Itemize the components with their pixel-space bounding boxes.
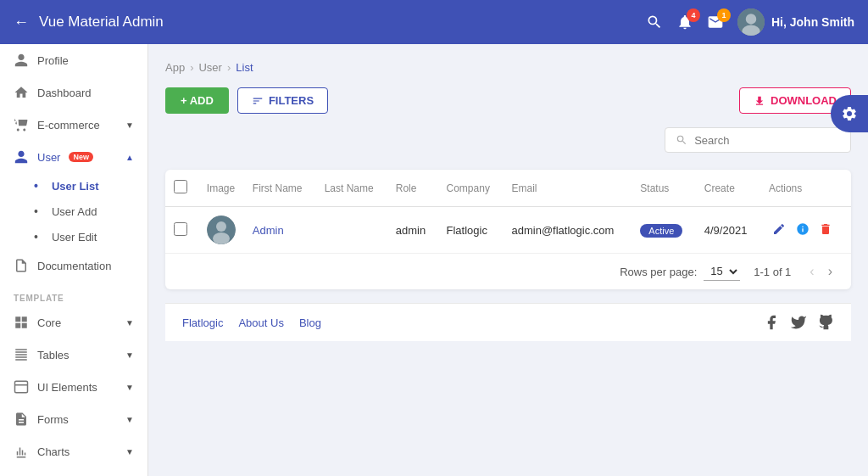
rows-per-page-select[interactable]: 15 25 50 (704, 262, 740, 281)
notifications-button[interactable]: 4 (676, 14, 693, 31)
toolbar: + ADD FILTERS DOWNLOAD (165, 87, 851, 114)
sidebar-label-tables: Tables (37, 349, 70, 361)
sidebar-label-user-edit: User Edit (52, 231, 97, 244)
rows-per-page-label: Rows per page: (620, 266, 697, 278)
user-status-cell: Active (632, 207, 695, 254)
facebook-icon[interactable] (763, 314, 780, 331)
doc-icon (14, 258, 29, 273)
user-table-card: Image First Name Last Name Role Company … (165, 170, 851, 289)
sidebar-label-user-add: User Add (52, 205, 97, 218)
sidebar-item-user-edit[interactable]: User Edit (27, 224, 147, 249)
col-last-name: Last Name (316, 170, 387, 207)
col-checkbox (165, 170, 198, 207)
sidebar-label-ecommerce: E-commerce (37, 119, 100, 132)
svg-point-1 (746, 14, 756, 24)
breadcrumb-app[interactable]: App (165, 61, 185, 74)
sidebar-item-ui-elements[interactable]: UI Elements ▼ (0, 371, 147, 403)
twitter-icon[interactable] (790, 314, 807, 331)
table-icon (14, 347, 29, 362)
template-section-label: TEMPLATE (0, 282, 147, 306)
col-email: Email (503, 170, 632, 207)
sidebar-item-maps[interactable]: Maps ▼ (0, 468, 147, 476)
github-icon[interactable] (817, 314, 834, 331)
col-actions: Actions (760, 170, 851, 207)
search-input[interactable] (694, 134, 840, 147)
sidebar: Profile Dashboard E-commerce ▼ User New … (0, 44, 148, 476)
footer-links: Flatlogic About Us Blog (182, 316, 321, 329)
forms-chevron-icon: ▼ (125, 415, 134, 424)
user-first-name[interactable]: Admin (244, 207, 316, 254)
sidebar-label-charts: Charts (37, 445, 70, 458)
user-sub-menu: User List User Add User Edit (0, 173, 147, 249)
pagination-nav: ‹ › (804, 262, 837, 281)
svg-point-6 (216, 221, 226, 232)
sidebar-label-documentation: Documentation (37, 260, 111, 272)
user-role: admin (387, 207, 438, 254)
sidebar-item-tables[interactable]: Tables ▼ (0, 339, 147, 371)
messages-button[interactable]: 1 (707, 14, 724, 31)
pagination: Rows per page: 15 25 50 1-1 of 1 ‹ › (165, 254, 851, 289)
info-button[interactable] (793, 219, 813, 242)
col-create: Create (696, 170, 760, 207)
home-icon (14, 85, 29, 100)
sidebar-item-forms[interactable]: Forms ▼ (0, 403, 147, 435)
user-greeting: Hi, John Smith (771, 15, 854, 29)
avatar (737, 8, 765, 36)
tables-chevron-icon: ▼ (125, 350, 134, 360)
sidebar-item-core[interactable]: Core ▼ (0, 306, 147, 339)
user-create-date: 4/9/2021 (696, 207, 760, 254)
ui-elements-chevron-icon: ▼ (125, 383, 134, 392)
add-button[interactable]: + ADD (165, 87, 229, 114)
svg-rect-3 (15, 381, 28, 393)
delete-button[interactable] (815, 219, 836, 242)
messages-badge: 1 (717, 8, 731, 22)
top-navbar: ← Vue Material Admin 4 1 Hi, John Smith (0, 0, 868, 44)
sidebar-label-profile: Profile (37, 54, 69, 67)
sidebar-label-forms: Forms (37, 413, 69, 426)
user-company: Flatlogic (438, 207, 504, 254)
main-content: App › User › List + ADD FILTERS DOWNLOAD (148, 44, 868, 476)
footer-link-about-us[interactable]: About Us (238, 316, 283, 329)
window-icon (14, 379, 29, 395)
col-role: Role (387, 170, 438, 207)
sidebar-item-user-add[interactable]: User Add (27, 199, 147, 224)
sidebar-item-user-list[interactable]: User List (27, 173, 147, 199)
sidebar-item-dashboard[interactable]: Dashboard (0, 76, 147, 109)
prev-page-button[interactable]: ‹ (804, 262, 819, 281)
breadcrumb-user[interactable]: User (198, 61, 221, 74)
sidebar-label-user: User (37, 151, 60, 164)
chart-icon (14, 444, 29, 459)
sidebar-item-user[interactable]: User New ▲ (0, 141, 147, 173)
rows-per-page: Rows per page: 15 25 50 (620, 262, 740, 281)
sidebar-label-user-list: User List (52, 180, 99, 193)
sidebar-item-ecommerce[interactable]: E-commerce ▼ (0, 109, 147, 141)
app-title: Vue Material Admin (39, 14, 164, 31)
row-checkbox[interactable] (174, 222, 187, 236)
chevron-down-icon: ▼ (125, 120, 134, 130)
search-nav-button[interactable] (646, 14, 663, 31)
grid-icon (14, 315, 29, 330)
user-image-cell (198, 207, 244, 254)
pagination-range: 1-1 of 1 (754, 266, 791, 278)
user-table: Image First Name Last Name Role Company … (165, 170, 851, 254)
breadcrumb: App › User › List (165, 61, 851, 74)
sidebar-item-profile[interactable]: Profile (0, 44, 147, 76)
settings-fab[interactable] (831, 95, 868, 132)
edit-button[interactable] (769, 219, 789, 242)
next-page-button[interactable]: › (823, 262, 837, 281)
filters-button[interactable]: FILTERS (237, 87, 328, 114)
table-header-row: Image First Name Last Name Role Company … (165, 170, 851, 207)
core-chevron-icon: ▼ (125, 318, 134, 328)
user-email: admin@flatlogic.com (503, 207, 632, 254)
select-all-checkbox[interactable] (174, 180, 187, 193)
col-first-name: First Name (244, 170, 316, 207)
col-image: Image (198, 170, 244, 207)
footer-link-flatlogic[interactable]: Flatlogic (182, 316, 223, 329)
sidebar-item-documentation[interactable]: Documentation (0, 249, 147, 282)
footer-link-blog[interactable]: Blog (299, 316, 321, 329)
col-status: Status (632, 170, 695, 207)
user-avatar (207, 216, 236, 244)
sidebar-item-charts[interactable]: Charts ▼ (0, 435, 147, 468)
user-menu[interactable]: Hi, John Smith (737, 8, 854, 36)
back-button[interactable]: ← (14, 14, 29, 31)
